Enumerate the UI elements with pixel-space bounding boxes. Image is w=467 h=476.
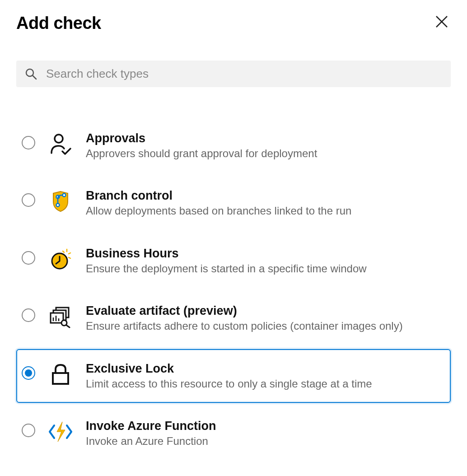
check-option-exclusive-lock[interactable]: Exclusive Lock Limit access to this reso… [16,349,451,403]
search-input[interactable] [46,67,443,81]
svg-line-9 [69,253,70,254]
check-title: Branch control [86,189,445,203]
svg-point-7 [63,194,66,197]
radio-evaluate-artifact[interactable] [22,308,35,322]
check-option-approvals[interactable]: Approvals Approvers should grant approva… [16,119,451,173]
svg-line-20 [66,325,70,327]
svg-line-3 [33,75,36,79]
check-option-business-hours[interactable]: Business Hours Ensure the deployment is … [16,234,451,288]
svg-line-11 [69,257,70,258]
branch-shield-icon [47,188,74,215]
check-title: Evaluate artifact (preview) [86,304,445,318]
close-icon [434,14,449,29]
check-text: Exclusive Lock Limit access to this reso… [86,361,445,391]
check-text: Business Hours Ensure the deployment is … [86,246,445,276]
check-title: Approvals [86,131,445,145]
check-text: Branch control Allow deployments based o… [86,188,445,218]
check-desc: Limit access to this resource to only a … [86,377,445,391]
radio-invoke-azure-function[interactable] [22,424,35,437]
check-desc: Allow deployments based on branches link… [86,204,445,218]
clock-sun-icon [47,246,74,273]
check-text: Invoke Azure Function Invoke an Azure Fu… [86,418,445,448]
user-check-icon [47,131,74,158]
check-desc: Invoke an Azure Function [86,434,445,448]
lock-icon [47,361,74,388]
artifact-icon [47,303,74,330]
svg-point-4 [55,135,63,143]
check-desc: Approvers should grant approval for depl… [86,146,445,161]
dialog-header: Add check [0,0,467,33]
svg-point-6 [56,204,60,207]
check-title: Invoke Azure Function [86,419,445,433]
check-title: Business Hours [86,247,445,261]
check-text: Approvals Approvers should grant approva… [86,131,445,161]
check-title: Exclusive Lock [86,362,445,376]
check-option-invoke-azure-function[interactable]: Invoke Azure Function Invoke an Azure Fu… [16,406,451,460]
check-desc: Ensure artifacts adhere to custom polici… [86,319,445,333]
search-container [0,33,467,87]
svg-line-10 [63,251,64,252]
dialog-title: Add check [16,14,101,33]
radio-exclusive-lock[interactable] [22,366,35,380]
check-option-evaluate-artifact[interactable]: Evaluate artifact (preview) Ensure artif… [16,291,451,345]
check-option-branch-control[interactable]: Branch control Allow deployments based o… [16,176,451,230]
search-icon [24,67,38,81]
close-button[interactable] [433,13,451,33]
radio-approvals[interactable] [22,136,35,149]
check-text: Evaluate artifact (preview) Ensure artif… [86,303,445,333]
svg-rect-21 [53,373,68,384]
radio-business-hours[interactable] [22,251,35,265]
azure-function-icon [47,418,74,445]
radio-branch-control[interactable] [22,193,35,207]
search-box[interactable] [16,61,451,87]
check-desc: Ensure the deployment is started in a sp… [86,261,445,276]
check-list: Approvals Approvers should grant approva… [0,87,467,460]
